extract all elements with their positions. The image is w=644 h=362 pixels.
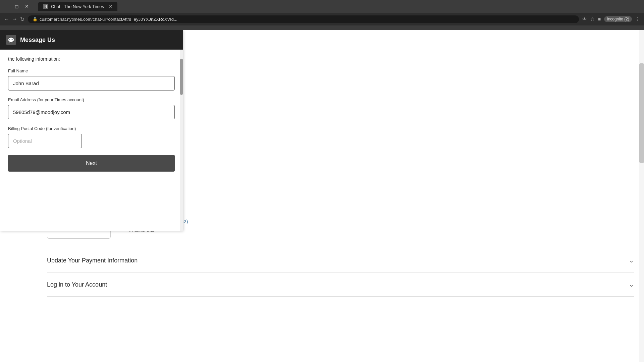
tab-close-button[interactable]: ✕ bbox=[109, 4, 113, 9]
reload-button[interactable]: ↻ bbox=[20, 16, 24, 22]
payment-section-title: Update Your Payment Information bbox=[47, 255, 138, 266]
tab-favicon: N bbox=[43, 4, 48, 9]
browser-actions: 👁 ☆ ■ Incognito (2) ⋮ bbox=[582, 16, 640, 22]
star-icon[interactable]: ☆ bbox=[590, 16, 595, 22]
address-bar[interactable]: 🔒 customerchat.nytimes.com/chat-ui?conta… bbox=[28, 15, 579, 23]
url-text: customerchat.nytimes.com/chat-ui?contact… bbox=[40, 17, 177, 22]
payment-chevron-icon: ⌄ bbox=[629, 255, 634, 266]
maximize-button[interactable]: ◻ bbox=[14, 4, 19, 9]
back-button[interactable]: ← bbox=[4, 16, 9, 22]
postal-code-group: Billing Postal Code (for verification) bbox=[8, 126, 175, 148]
page-scrollbar-thumb bbox=[639, 63, 644, 163]
tab-title: Chat - The New York Times bbox=[51, 4, 104, 9]
chat-header-title: Message Us bbox=[20, 37, 55, 44]
menu-icon[interactable]: ⋮ bbox=[635, 16, 640, 22]
postal-code-input[interactable] bbox=[8, 134, 82, 148]
minimize-button[interactable]: – bbox=[4, 4, 9, 9]
nav-icons[interactable]: ← → ↻ bbox=[4, 16, 24, 22]
login-chevron-icon: ⌄ bbox=[629, 280, 634, 290]
next-button[interactable]: Next bbox=[8, 155, 175, 172]
full-name-input[interactable] bbox=[8, 76, 175, 90]
chat-body: the following information: Full Name Ema… bbox=[0, 50, 183, 231]
scroll-indicator bbox=[180, 50, 183, 231]
payment-accordion[interactable]: Update Your Payment Information ⌄ bbox=[47, 249, 634, 273]
chat-scroll-area[interactable]: the following information: Full Name Ema… bbox=[0, 50, 183, 231]
incognito-badge: Incognito (2) bbox=[604, 16, 632, 22]
chat-header-icon: 💬 bbox=[6, 35, 16, 45]
eye-icon: 👁 bbox=[582, 16, 587, 22]
postal-code-label: Billing Postal Code (for verification) bbox=[8, 126, 175, 131]
full-name-group: Full Name bbox=[8, 68, 175, 90]
email-label: Email Address (for your Times account) bbox=[8, 97, 175, 102]
extensions-icon[interactable]: ■ bbox=[598, 16, 601, 22]
chat-intro-text: the following information: bbox=[8, 56, 175, 62]
full-name-label: Full Name bbox=[8, 68, 175, 73]
login-accordion[interactable]: Log in to Your Account ⌄ bbox=[47, 273, 634, 297]
chat-header: 💬 Message Us bbox=[0, 30, 183, 50]
browser-tab[interactable]: N Chat - The New York Times ✕ bbox=[38, 2, 117, 11]
window-controls[interactable]: – ◻ ✕ bbox=[4, 4, 30, 9]
chat-widget: 💬 Message Us the following information: … bbox=[0, 30, 183, 231]
lock-icon: 🔒 bbox=[33, 17, 38, 21]
login-section-title: Log in to Your Account bbox=[47, 280, 107, 290]
email-group: Email Address (for your Times account) bbox=[8, 97, 175, 119]
scroll-thumb bbox=[180, 59, 183, 95]
forward-button[interactable]: → bbox=[12, 16, 17, 22]
message-icon: 💬 bbox=[8, 37, 14, 43]
close-button[interactable]: ✕ bbox=[24, 4, 30, 9]
page-content: st seven days is on the Report nt page. … bbox=[0, 30, 644, 362]
email-input[interactable] bbox=[8, 105, 175, 119]
title-bar: – ◻ ✕ N Chat - The New York Times ✕ bbox=[0, 0, 644, 13]
browser-chrome: – ◻ ✕ N Chat - The New York Times ✕ ← → … bbox=[0, 0, 644, 30]
page-scrollbar[interactable] bbox=[639, 30, 644, 362]
address-bar-row: ← → ↻ 🔒 customerchat.nytimes.com/chat-ui… bbox=[0, 13, 644, 25]
